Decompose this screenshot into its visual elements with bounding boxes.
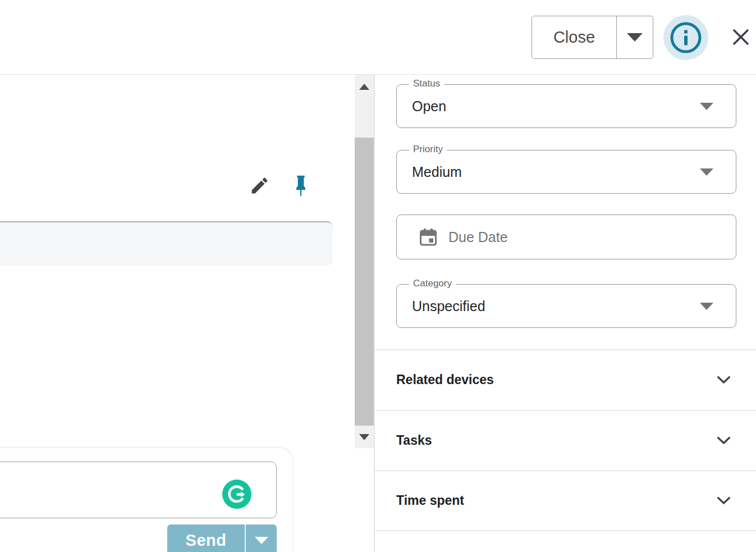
scrollbar-down-icon[interactable]: [359, 434, 369, 440]
dropdown-arrow-icon: [255, 537, 268, 544]
tasks-section-header[interactable]: Tasks: [375, 410, 756, 470]
edit-title-button[interactable]: [249, 175, 270, 198]
time-spent-section-header[interactable]: Time spent: [375, 471, 756, 530]
section-label: Related devices: [396, 372, 494, 387]
ticket-details-panel: Status Open Priority Medium Due Date Cat…: [375, 75, 756, 552]
pin-icon: [292, 174, 310, 198]
dropdown-arrow-icon: [700, 303, 713, 310]
section-divider: [375, 530, 756, 531]
send-split-button: Send: [167, 524, 277, 552]
dropdown-arrow-icon: [700, 168, 713, 176]
info-button[interactable]: [663, 15, 708, 60]
vertical-scrollbar[interactable]: [355, 75, 374, 448]
close-options-dropdown-button[interactable]: [617, 16, 653, 58]
due-date-field[interactable]: Due Date: [396, 215, 736, 259]
scrollbar-thumb[interactable]: [355, 138, 374, 426]
dropdown-arrow-icon: [627, 33, 643, 42]
section-label: Tasks: [396, 433, 432, 448]
send-options-dropdown-button[interactable]: [246, 524, 277, 552]
priority-select[interactable]: Priority Medium: [396, 150, 736, 194]
dropdown-arrow-icon: [700, 103, 713, 110]
calendar-icon: [418, 227, 438, 247]
close-button-label: Close: [553, 28, 595, 47]
due-date-placeholder: Due Date: [448, 229, 508, 245]
conversation-area: Send: [0, 75, 355, 552]
close-split-button: Close: [532, 16, 653, 59]
chevron-down-icon: [716, 496, 731, 505]
pin-ticket-button[interactable]: [292, 174, 310, 200]
info-icon: [668, 20, 703, 55]
collapsed-quote-block: [0, 221, 333, 266]
grammarly-icon: [222, 480, 251, 509]
dismiss-modal-button[interactable]: [730, 26, 752, 48]
chevron-down-icon: [716, 436, 731, 445]
grammarly-button[interactable]: [222, 480, 251, 509]
category-value: Unspecified: [397, 298, 485, 314]
send-button[interactable]: Send: [167, 524, 245, 552]
related-devices-section-header[interactable]: Related devices: [375, 350, 756, 409]
edit-pencil-icon: [249, 175, 270, 196]
close-ticket-button[interactable]: Close: [532, 16, 616, 58]
scrollbar-up-icon[interactable]: [359, 84, 369, 90]
category-select[interactable]: Category Unspecified: [396, 284, 736, 328]
category-label: Category: [409, 278, 456, 289]
status-label: Status: [409, 78, 444, 89]
priority-label: Priority: [409, 144, 447, 155]
status-select[interactable]: Status Open: [396, 84, 736, 128]
status-value: Open: [397, 98, 446, 115]
section-label: Time spent: [396, 493, 464, 508]
ticket-modal: Close: [0, 0, 756, 552]
modal-header: Close: [0, 0, 756, 75]
send-button-label: Send: [186, 531, 227, 550]
priority-value: Medium: [397, 164, 462, 180]
close-x-icon: [730, 26, 752, 48]
chevron-down-icon: [716, 375, 731, 385]
